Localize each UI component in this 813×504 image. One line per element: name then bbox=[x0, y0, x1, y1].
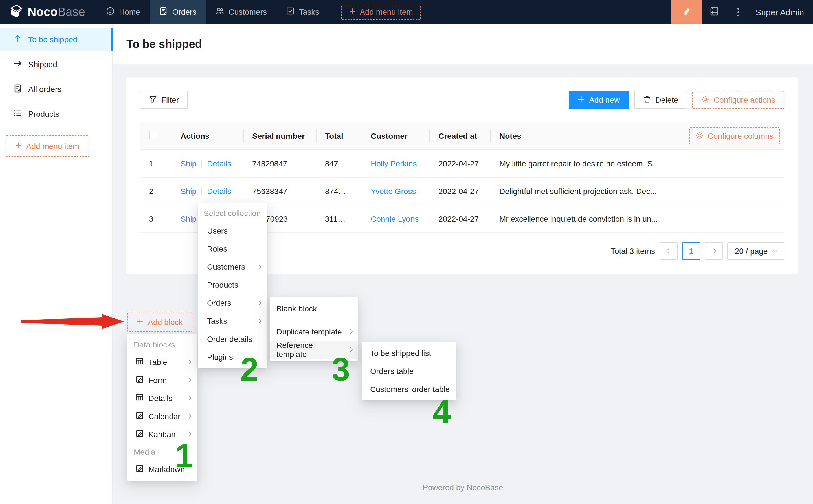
menu-item-calendar[interactable]: Calendar bbox=[127, 407, 197, 425]
page-size-select[interactable]: 20 / page bbox=[727, 242, 784, 260]
menu-item-label: Calendar bbox=[148, 412, 182, 421]
menu-item-label: Tasks bbox=[207, 316, 252, 325]
menu-item-label: Duplicate template bbox=[276, 327, 344, 336]
navbar-right: Super Admin bbox=[671, 0, 813, 24]
menu-item-to-be-shipped-list[interactable]: To be shipped list bbox=[362, 344, 456, 362]
menu-item-order-details[interactable]: Order details bbox=[198, 330, 267, 348]
form-icon bbox=[136, 430, 143, 439]
configure-columns-label: Configure columns bbox=[708, 131, 774, 140]
total-cell: 8473.00 bbox=[316, 150, 362, 177]
sidebar-item-products[interactable]: Products bbox=[0, 103, 112, 125]
pagination-page-1[interactable]: 1 bbox=[682, 242, 700, 260]
nav-item-home[interactable]: Home bbox=[96, 0, 150, 24]
ui-editor-toggle-button[interactable] bbox=[671, 0, 702, 24]
pagination-total: Total 3 items bbox=[611, 247, 655, 256]
filter-button[interactable]: Filter bbox=[140, 91, 188, 109]
action-divider bbox=[201, 187, 202, 195]
chevron-down-icon bbox=[773, 248, 777, 253]
chevron-left-icon bbox=[666, 249, 671, 254]
nav-item-tasks[interactable]: Tasks bbox=[276, 0, 329, 24]
chevron-right-icon bbox=[711, 249, 716, 254]
menu-item-orders-table[interactable]: Orders table bbox=[362, 362, 456, 380]
column-header-serial-number: Serial number bbox=[243, 122, 316, 150]
nav-item-customers[interactable]: Customers bbox=[206, 0, 276, 24]
configure-columns-button[interactable]: Configure columns bbox=[690, 127, 780, 144]
check-square-icon bbox=[286, 7, 295, 17]
menu-item-label: To be shipped list bbox=[370, 349, 450, 358]
top-navbar: NocoBase Home Orders bbox=[0, 0, 813, 24]
nav-item-label: Customers bbox=[228, 7, 267, 16]
menu-item-details[interactable]: Details bbox=[127, 389, 197, 407]
delete-button[interactable]: Delete bbox=[634, 91, 687, 109]
customer-link[interactable]: Connie Lyons bbox=[371, 214, 419, 223]
menu-item-label: Products bbox=[207, 280, 261, 289]
menu-item-label: Roles bbox=[207, 244, 261, 253]
more-menu-button[interactable] bbox=[726, 0, 750, 24]
sidebar-item-shipped[interactable]: Shipped bbox=[0, 53, 112, 76]
file-done-icon bbox=[159, 7, 168, 17]
menu-group-header: Data blocks bbox=[127, 336, 197, 353]
plus-icon bbox=[16, 142, 22, 151]
total-cell: 874.00 bbox=[316, 177, 362, 205]
nav-item-label: Tasks bbox=[299, 7, 319, 16]
ship-link[interactable]: Ship bbox=[181, 159, 196, 168]
notes-cell: Delightful met sufficient projection ask… bbox=[490, 177, 674, 205]
plus-icon bbox=[578, 95, 585, 104]
add-menu-item-top-button[interactable]: Add menu item bbox=[341, 4, 421, 19]
row-index: 3 bbox=[140, 205, 172, 233]
current-user[interactable]: Super Admin bbox=[750, 7, 813, 17]
menu-item-duplicate-template[interactable]: Duplicate template bbox=[270, 323, 358, 341]
configure-actions-button[interactable]: Configure actions bbox=[692, 91, 784, 109]
vertical-ellipsis-icon bbox=[737, 8, 739, 16]
menu-item-orders[interactable]: Orders bbox=[198, 294, 267, 312]
menu-item-tasks[interactable]: Tasks bbox=[198, 312, 267, 330]
nav-item-orders[interactable]: Orders bbox=[150, 0, 206, 24]
sidebar-item-label: Shipped bbox=[28, 60, 57, 69]
submenu-arrow-icon bbox=[257, 301, 262, 305]
customer-link[interactable]: Yvette Gross bbox=[371, 187, 416, 196]
details-link[interactable]: Details bbox=[207, 187, 231, 196]
customer-link[interactable]: Holly Perkins bbox=[371, 159, 417, 168]
menu-item-form[interactable]: Form bbox=[127, 371, 197, 389]
table-icon bbox=[136, 394, 143, 403]
menu-item-blank-block[interactable]: Blank block bbox=[270, 300, 358, 318]
sidebar-item-to-be-shipped[interactable]: To be shipped bbox=[0, 28, 112, 51]
delete-label: Delete bbox=[655, 95, 678, 104]
sidebar-item-all-orders[interactable]: All orders bbox=[0, 78, 112, 100]
nav-item-label: Orders bbox=[172, 7, 197, 16]
add-new-button[interactable]: Add new bbox=[569, 91, 629, 109]
plugin-manager-button[interactable] bbox=[702, 0, 726, 24]
menu-item-customers[interactable]: Customers bbox=[198, 258, 267, 276]
details-link[interactable]: Details bbox=[207, 159, 231, 168]
menu-item-users[interactable]: Users bbox=[198, 222, 267, 240]
table-toolbar: Filter Add new bbox=[140, 91, 784, 109]
nocobase-logo[interactable]: NocoBase bbox=[0, 0, 96, 24]
column-header-customer: Customer bbox=[362, 122, 429, 150]
page-size-value: 20 / page bbox=[735, 247, 768, 256]
pagination-prev-button[interactable] bbox=[660, 242, 678, 260]
select-all-checkbox[interactable] bbox=[149, 131, 157, 139]
submenu-arrow-icon bbox=[187, 396, 192, 401]
submenu-arrow-icon bbox=[187, 360, 192, 365]
table-row: 1 ShipDetails 74829847 8473.00 Holly Per… bbox=[140, 150, 784, 177]
row-index: 2 bbox=[140, 177, 172, 205]
sidebar: To be shipped Shipped All orders bbox=[0, 24, 113, 504]
ship-link[interactable]: Ship bbox=[181, 187, 196, 196]
database-icon bbox=[710, 6, 719, 17]
submenu-arrow-icon bbox=[187, 378, 192, 383]
column-header-notes: Notes bbox=[490, 122, 674, 150]
add-block-button[interactable]: Add block bbox=[127, 312, 192, 332]
menu-item-table[interactable]: Table bbox=[127, 353, 197, 371]
team-icon bbox=[216, 7, 224, 17]
menu-item-roles[interactable]: Roles bbox=[198, 240, 267, 258]
notes-cell: Mr excellence inquietude conviction is i… bbox=[490, 205, 674, 233]
red-arrow-annotation bbox=[21, 311, 125, 334]
menu-item-products[interactable]: Products bbox=[198, 276, 267, 294]
powered-by-footer: Powered by NocoBase bbox=[113, 483, 813, 492]
serial-number-cell: 74829847 bbox=[243, 150, 316, 177]
menu-item-label: Form bbox=[148, 376, 182, 385]
table-row: 2 ShipDetails 75638347 874.00 Yvette Gro… bbox=[140, 177, 784, 205]
ship-link[interactable]: Ship bbox=[181, 214, 196, 223]
add-menu-item-sidebar-button[interactable]: Add menu item bbox=[6, 135, 89, 157]
pagination-next-button[interactable] bbox=[705, 242, 723, 260]
